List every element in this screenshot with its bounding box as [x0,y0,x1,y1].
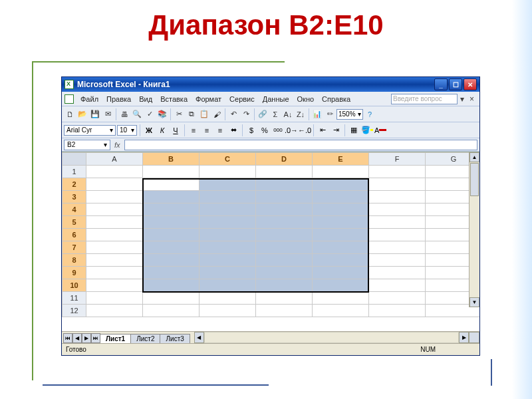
cell[interactable] [200,166,256,178]
copy-icon[interactable]: ⧉ [186,108,198,120]
column-header[interactable]: A [86,153,143,166]
drawing-icon[interactable]: ✏ [324,108,336,120]
font-size-select[interactable]: 10▾ [117,125,137,136]
column-header[interactable]: E [313,153,369,166]
cell[interactable] [369,203,426,216]
menu-format[interactable]: Формат [192,94,225,104]
menu-file[interactable]: Файл [76,94,102,104]
autosum-icon[interactable]: Σ [269,108,281,120]
menu-data[interactable]: Данные [259,94,293,104]
format-painter-icon[interactable]: 🖌 [211,108,223,120]
tab-nav-button[interactable]: ◀ [72,333,82,343]
cell[interactable] [369,241,426,254]
row-header[interactable]: 9 [63,267,86,279]
cell[interactable] [143,305,200,317]
cell[interactable] [200,305,256,317]
cell[interactable] [143,203,200,216]
italic-button[interactable]: К [156,124,168,136]
row-header[interactable]: 5 [63,216,86,229]
cell[interactable] [86,267,143,279]
cell[interactable] [313,216,369,229]
column-header[interactable]: C [200,153,256,166]
spell-icon[interactable]: ✓ [144,108,156,120]
cell[interactable] [256,254,313,267]
cell[interactable] [143,267,200,279]
cell[interactable] [313,292,369,305]
mail-icon[interactable]: ✉ [102,108,114,120]
inc-indent-icon[interactable]: ⇥ [330,124,342,136]
doc-close-button[interactable]: × [467,94,477,104]
row-header[interactable]: 10 [63,279,86,292]
align-right-icon[interactable]: ≡ [214,124,226,136]
menu-tools[interactable]: Сервис [225,94,259,104]
cell[interactable] [143,191,200,203]
cell[interactable] [86,292,143,305]
row-header[interactable]: 3 [63,191,86,203]
cell[interactable] [313,279,369,292]
row-header[interactable]: 11 [63,292,86,305]
cell[interactable] [313,241,369,254]
cell[interactable] [143,254,200,267]
preview-icon[interactable]: 🔍 [131,108,143,120]
sheet-tab[interactable]: Лист1 [100,334,131,343]
scroll-thumb[interactable] [470,163,479,196]
cell[interactable] [143,279,200,292]
menu-insert[interactable]: Вставка [156,94,192,104]
fill-color-icon[interactable]: 🪣 [361,124,373,136]
menu-window[interactable]: Окно [293,94,319,104]
cell[interactable] [369,279,426,292]
column-header[interactable]: D [256,153,313,166]
underline-button[interactable]: Ч [170,124,182,136]
cell[interactable] [143,216,200,229]
percent-icon[interactable]: % [259,124,271,136]
cell[interactable] [256,305,313,317]
row-header[interactable]: 12 [63,305,86,317]
cell[interactable] [86,203,143,216]
vertical-scrollbar[interactable]: ▲ ▼ [469,152,479,307]
column-header[interactable]: F [369,153,426,166]
row-header[interactable]: 7 [63,241,86,254]
inc-decimal-icon[interactable]: .0→ [285,124,297,136]
tab-nav-button[interactable]: ▶ [82,333,91,343]
undo-icon[interactable]: ↶ [227,108,239,120]
cell[interactable] [143,241,200,254]
cell[interactable] [313,178,369,191]
zoom-select[interactable]: 150%▾ [336,109,363,120]
cell[interactable] [313,267,369,279]
cell[interactable] [86,166,143,178]
scroll-left-icon[interactable]: ◀ [194,332,204,343]
scroll-right-icon[interactable]: ▶ [459,332,469,343]
sheet-tab[interactable]: Лист3 [160,334,190,343]
horizontal-scrollbar[interactable]: ◀ ▶ [194,332,469,343]
help-icon[interactable]: ? [364,108,376,120]
cell[interactable] [200,203,256,216]
fx-icon[interactable]: fx [114,141,120,149]
row-header[interactable]: 6 [63,229,86,241]
bold-button[interactable]: Ж [143,124,155,136]
dec-indent-icon[interactable]: ⇤ [317,124,329,136]
cell[interactable] [256,279,313,292]
cell[interactable] [369,305,426,317]
name-box[interactable]: B2▾ [64,140,110,150]
cell[interactable] [313,229,369,241]
cell[interactable] [86,305,143,317]
cell[interactable] [200,178,256,191]
cell[interactable] [86,178,143,191]
cell[interactable] [369,292,426,305]
menu-help[interactable]: Справка [318,94,354,104]
cell[interactable] [256,203,313,216]
formula-bar[interactable] [124,140,477,150]
cell[interactable] [86,279,143,292]
cell[interactable] [200,279,256,292]
cell[interactable] [200,292,256,305]
ask-a-question-input[interactable]: Введите вопрос [391,94,458,104]
cell[interactable] [369,178,426,191]
scroll-down-icon[interactable]: ▼ [469,297,479,307]
cell[interactable] [256,229,313,241]
cell[interactable] [369,229,426,241]
hyperlink-icon[interactable]: 🔗 [257,108,269,120]
cell[interactable] [369,267,426,279]
dec-decimal-icon[interactable]: ←.0 [299,124,311,136]
borders-icon[interactable]: ▦ [348,124,360,136]
cell[interactable] [313,191,369,203]
